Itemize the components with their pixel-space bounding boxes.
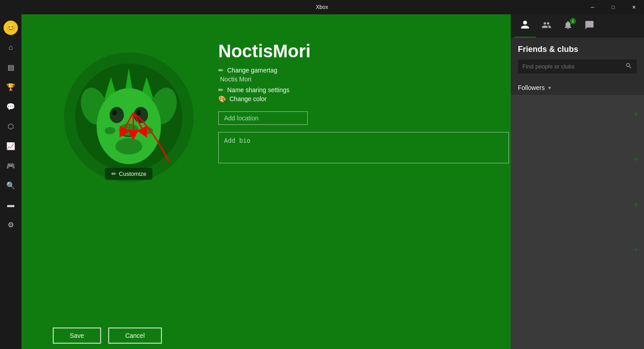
main-content: ✏ Customize NoctisMori ✏ Change gamertag… [21,14,511,349]
add-button-2[interactable]: + [628,153,644,166]
location-row [218,111,509,125]
bio-input[interactable] [218,132,509,163]
search-bar[interactable] [518,60,637,73]
followers-label: Followers [518,84,545,91]
add-button-1[interactable]: + [628,107,644,121]
sidebar-item-trending[interactable]: 📈 [0,136,21,156]
sidebar-item-capture[interactable]: ▬ [0,195,21,215]
profile-section: ✏ Customize NoctisMori ✏ Change gamertag… [21,14,511,211]
bottom-bar: Save Cancel [21,322,511,349]
tab-friends[interactable] [514,14,536,38]
add-button-3[interactable]: + [628,198,644,212]
friends-clubs-title: Friends & clubs [518,45,637,54]
settings-icon: ⚙ [8,221,14,229]
close-button[interactable]: ✕ [623,0,644,14]
shield-icon: ⬡ [8,122,14,131]
pencil-icon-2: ✏ [218,67,224,74]
multiplayer-tab-icon [542,20,551,32]
save-button[interactable]: Save [53,328,101,344]
title-bar: Xbox ─ □ ✕ [0,0,644,14]
svg-point-8 [134,107,148,123]
svg-point-13 [105,127,115,134]
maximize-button[interactable]: □ [603,0,623,14]
followers-row[interactable]: Followers ▼ [511,81,644,95]
svg-point-10 [136,110,141,115]
minimize-button[interactable]: ─ [582,0,603,14]
title-bar-title: Xbox [316,4,328,10]
sidebar-item-avatar[interactable]: 😊 [0,18,21,38]
social-icon: 💬 [6,102,15,111]
pencil-icon: ✏ [111,170,116,177]
title-bar-controls: ─ □ ✕ [582,0,644,14]
capture-icon: ▬ [7,201,14,209]
right-panel: 1 Friends & clubs [511,14,644,349]
sidebar-item-social[interactable]: 💬 [0,97,21,116]
tab-notifications[interactable]: 1 [557,14,579,38]
achievements-icon: 🏆 [6,83,15,91]
sidebar: 😊 ⌂ ▤ 🏆 💬 ⬡ 📈 🎮 🔍 ▬ ⚙ [0,14,21,349]
name-sharing-link[interactable]: ✏ Name sharing settings [218,86,509,94]
gamertag-title: NoctisMori [218,41,509,61]
avatar-area: ✏ Customize [57,41,200,193]
change-color-label: Change color [229,95,267,102]
customize-button[interactable]: ✏ Customize [105,168,153,180]
notification-badge: 1 [570,18,576,24]
bio-row [218,125,509,165]
sidebar-item-home[interactable]: ⌂ [0,38,21,57]
color-icon: 🎨 [218,95,226,102]
sidebar-item-settings[interactable]: ⚙ [0,215,21,234]
search-input[interactable] [522,63,622,70]
chevron-down-icon: ▼ [547,85,552,90]
svg-point-12 [115,138,142,154]
sidebar-item-game[interactable]: 🎮 [0,156,21,175]
search-icon: 🔍 [6,181,15,190]
name-sharing-label: Name sharing settings [227,86,289,94]
avatar-emoji: 😊 [6,23,16,33]
tab-messages[interactable] [579,14,600,38]
svg-point-7 [110,107,124,123]
right-panel-tabs: 1 [511,14,644,38]
home-icon: ⌂ [8,43,13,51]
user-avatar[interactable]: 😊 [4,21,18,35]
pencil-icon-3: ✏ [218,86,224,94]
store-icon: ▤ [8,63,14,72]
change-gamertag-label: Change gamertag [227,67,277,74]
sidebar-item-shield[interactable]: ⬡ [0,116,21,136]
add-button-4[interactable]: + [628,243,644,257]
followers-list [511,95,644,349]
location-input[interactable] [218,111,308,125]
cancel-button[interactable]: Cancel [108,328,162,344]
tab-multiplayer[interactable] [536,14,557,38]
sidebar-item-store[interactable]: ▤ [0,57,21,77]
add-buttons-column: + + + + [628,107,644,257]
svg-point-9 [112,110,117,115]
friends-tab-icon [520,20,530,32]
svg-point-14 [142,127,153,134]
profile-details: NoctisMori ✏ Change gamertag Noctis Mori… [200,41,509,165]
sidebar-item-search[interactable]: 🔍 [0,175,21,195]
customize-label: Customize [119,170,146,177]
search-icon-right [625,62,632,71]
app-container: 😊 ⌂ ▤ 🏆 💬 ⬡ 📈 🎮 🔍 ▬ ⚙ [0,0,644,349]
real-name: Noctis Mori [218,76,509,83]
messages-tab-icon [585,20,594,32]
sidebar-item-achievements[interactable]: 🏆 [0,77,21,97]
change-color-link[interactable]: 🎨 Change color [218,95,509,102]
change-gamertag-link[interactable]: ✏ Change gamertag [218,67,509,74]
trending-icon: 📈 [6,142,15,150]
avatar-svg [75,64,182,171]
game-icon: 🎮 [6,162,15,170]
right-panel-header: Friends & clubs [511,38,644,81]
avatar-circle [64,52,194,182]
